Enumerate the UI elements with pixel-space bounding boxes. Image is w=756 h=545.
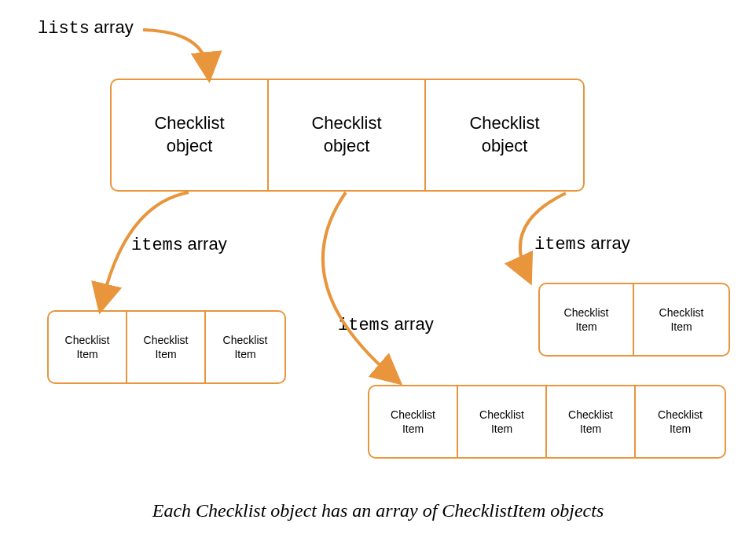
checklist-object-cell: Checklistobject: [269, 80, 426, 190]
lists-code: lists: [38, 19, 90, 38]
checklist-object-cell: Checklistobject: [112, 80, 269, 190]
arrow-lists: [134, 24, 228, 86]
array-word: array: [188, 234, 227, 254]
checklist-item-cell: ChecklistItem: [49, 312, 127, 382]
items-array-2: ChecklistItem ChecklistItem ChecklistIte…: [368, 385, 726, 459]
items-array-3: ChecklistItem ChecklistItem: [538, 283, 730, 357]
array-word: array: [591, 233, 630, 253]
checklist-item-cell: ChecklistItem: [458, 386, 547, 457]
items-code: items: [338, 316, 390, 335]
array-word: array: [94, 17, 134, 37]
checklist-item-cell: ChecklistItem: [127, 312, 206, 382]
items-array-label-3: items array: [534, 233, 630, 254]
checklist-item-cell: ChecklistItem: [634, 284, 728, 355]
checklist-object-cell: Checklistobject: [426, 80, 583, 190]
items-array-label-1: items array: [131, 234, 227, 255]
items-code: items: [131, 236, 183, 255]
checklist-item-cell: ChecklistItem: [369, 386, 458, 457]
lists-array-label: lists array: [38, 17, 134, 38]
arrow-items-2: [291, 188, 417, 393]
checklist-item-cell: ChecklistItem: [540, 284, 634, 355]
items-array-label-2: items array: [338, 314, 434, 335]
items-array-1: ChecklistItem ChecklistItem ChecklistIte…: [47, 310, 286, 384]
array-word: array: [395, 314, 434, 334]
items-code: items: [534, 235, 586, 254]
checklist-item-cell: ChecklistItem: [206, 312, 284, 382]
checklist-item-cell: ChecklistItem: [636, 386, 725, 457]
checklist-item-cell: ChecklistItem: [547, 386, 636, 457]
lists-array: Checklistobject Checklistobject Checklis…: [110, 79, 585, 192]
diagram-caption: Each Checklist object has an array of Ch…: [0, 500, 756, 521]
